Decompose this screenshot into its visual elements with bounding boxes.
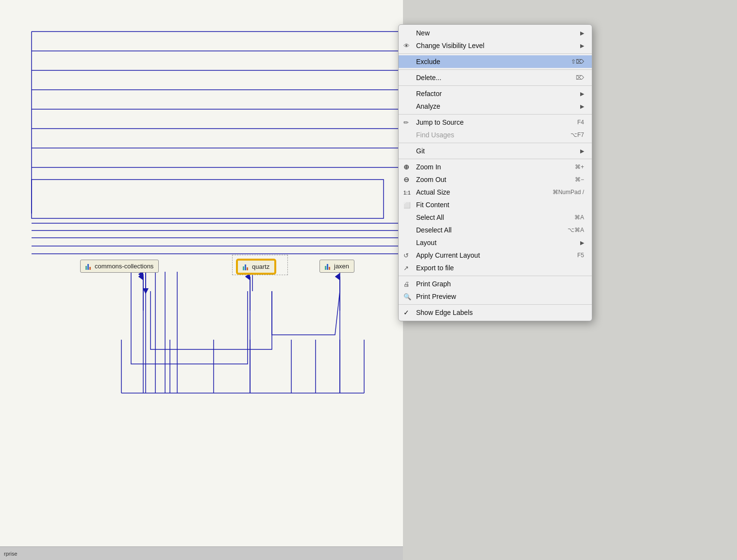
menu-item-analyze[interactable]: Analyze▶ [399, 100, 592, 113]
menu-shortcut-exclude: ⇧⌦ [571, 58, 584, 65]
canvas: commons-collections quartz jaxen rprise [0, 0, 403, 560]
node-jaxen[interactable]: jaxen [319, 260, 354, 273]
menu-label-refactor: Refactor [416, 90, 580, 98]
menu-item-jump-to-source[interactable]: ✏︎Jump to SourceF4 [399, 116, 592, 129]
menu-arrow-refactor: ▶ [580, 91, 584, 97]
menu-label-deselect-all: Deselect All [416, 226, 558, 234]
node-icon-commons-collections [85, 263, 91, 270]
menu-item-apply-layout[interactable]: ↺Apply Current LayoutF5 [399, 249, 592, 262]
menu-icon-apply-layout: ↺ [403, 251, 409, 259]
menu-label-layout: Layout [416, 239, 580, 247]
menu-item-layout[interactable]: Layout▶ [399, 236, 592, 249]
menu-separator-14 [399, 159, 592, 159]
menu-shortcut-deselect-all: ⌥⌘A [568, 227, 584, 233]
menu-label-print-preview: Print Preview [416, 293, 584, 300]
menu-icon-jump-to-source: ✏︎ [403, 118, 409, 126]
menu-item-show-edge-labels[interactable]: ✓Show Edge Labels [399, 306, 592, 319]
menu-icon-zoom-in: ⊕ [403, 163, 409, 171]
status-bar: rprise [0, 546, 403, 560]
menu-arrow-git: ▶ [580, 148, 584, 154]
menu-item-delete[interactable]: Delete...⌦ [399, 71, 592, 84]
status-text: rprise [4, 551, 17, 557]
menu-item-zoom-in[interactable]: ⊕Zoom In⌘+ [399, 161, 592, 173]
menu-shortcut-actual-size: ⌘NumPad / [553, 189, 584, 196]
menu-shortcut-zoom-in: ⌘+ [575, 164, 584, 170]
diagram-svg [0, 0, 403, 560]
menu-icon-fit-content: ⬜ [403, 201, 411, 209]
menu-label-fit-content: Fit Content [416, 201, 584, 209]
menu-item-zoom-out[interactable]: ⊖Zoom Out⌘− [399, 173, 592, 186]
menu-item-change-visibility[interactable]: 👁Change Visibility Level▶ [399, 39, 592, 52]
menu-item-select-all[interactable]: Select All⌘A [399, 211, 592, 224]
menu-shortcut-find-usages: ⌥F7 [570, 132, 584, 138]
menu-icon-print-preview: 🔍 [403, 293, 411, 300]
menu-item-fit-content[interactable]: ⬜Fit Content [399, 198, 592, 211]
context-menu: New▶👁Change Visibility Level▶Exclude⇧⌦De… [398, 24, 592, 321]
menu-separator-6 [399, 85, 592, 86]
menu-item-find-usages: Find Usages⌥F7 [399, 129, 592, 141]
menu-label-actual-size: Actual Size [416, 188, 543, 196]
menu-icon-print-graph: 🖨 [403, 280, 410, 288]
menu-item-print-graph[interactable]: 🖨Print Graph [399, 278, 592, 290]
menu-label-apply-layout: Apply Current Layout [416, 251, 568, 259]
menu-icon-export-file: ↗ [403, 264, 409, 272]
menu-label-exclude: Exclude [416, 58, 561, 66]
menu-shortcut-delete: ⌦ [576, 74, 584, 81]
node-label-commons-collections: commons-collections [95, 263, 153, 270]
menu-label-change-visibility: Change Visibility Level [416, 42, 580, 49]
menu-shortcut-select-all: ⌘A [574, 214, 584, 221]
menu-label-zoom-in: Zoom In [416, 163, 565, 171]
menu-item-export-file[interactable]: ↗Export to file [399, 262, 592, 274]
menu-arrow-change-visibility: ▶ [580, 43, 584, 49]
menu-label-show-edge-labels: Show Edge Labels [416, 309, 584, 316]
menu-item-exclude[interactable]: Exclude⇧⌦ [399, 55, 592, 68]
menu-label-git: Git [416, 147, 580, 155]
menu-icon-zoom-out: ⊖ [403, 176, 409, 183]
menu-separator-2 [399, 53, 592, 54]
menu-item-refactor[interactable]: Refactor▶ [399, 87, 592, 100]
menu-icon-actual-size: 1:1 [403, 188, 410, 196]
menu-separator-24 [399, 276, 592, 276]
menu-label-print-graph: Print Graph [416, 280, 584, 288]
menu-shortcut-apply-layout: F5 [577, 252, 584, 259]
menu-label-zoom-out: Zoom Out [416, 176, 565, 183]
menu-item-print-preview[interactable]: 🔍Print Preview [399, 290, 592, 303]
menu-icon-change-visibility: 👁 [403, 42, 410, 49]
menu-separator-12 [399, 143, 592, 143]
node-label-jaxen: jaxen [334, 263, 349, 270]
menu-label-select-all: Select All [416, 214, 565, 221]
menu-separator-27 [399, 304, 592, 305]
menu-shortcut-zoom-out: ⌘− [575, 176, 584, 183]
menu-label-jump-to-source: Jump to Source [416, 118, 568, 126]
menu-separator-4 [399, 69, 592, 70]
node-quartz[interactable]: quartz [237, 260, 275, 274]
menu-shortcut-jump-to-source: F4 [577, 119, 584, 126]
menu-label-new: New [416, 29, 580, 37]
menu-item-deselect-all[interactable]: Deselect All⌥⌘A [399, 224, 592, 236]
svg-rect-9 [32, 180, 384, 218]
menu-label-export-file: Export to file [416, 264, 584, 272]
menu-separator-9 [399, 114, 592, 115]
node-icon-quartz [243, 264, 248, 270]
menu-arrow-new: ▶ [580, 30, 584, 36]
menu-label-find-usages: Find Usages [416, 131, 561, 139]
menu-item-git[interactable]: Git▶ [399, 145, 592, 157]
menu-item-actual-size[interactable]: 1:1Actual Size⌘NumPad / [399, 186, 592, 198]
menu-label-delete: Delete... [416, 74, 566, 82]
menu-arrow-analyze: ▶ [580, 103, 584, 110]
menu-check-show-edge-labels: ✓ [403, 309, 409, 316]
menu-item-new[interactable]: New▶ [399, 27, 592, 39]
node-label-quartz: quartz [252, 263, 269, 270]
menu-label-analyze: Analyze [416, 102, 580, 110]
menu-arrow-layout: ▶ [580, 240, 584, 246]
node-icon-jaxen [325, 263, 330, 270]
node-commons-collections[interactable]: commons-collections [80, 260, 159, 273]
